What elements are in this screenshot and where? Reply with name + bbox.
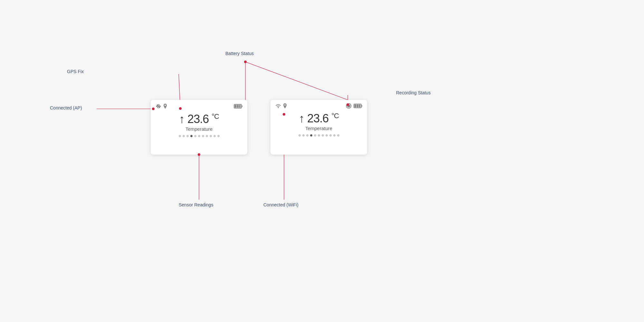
svg-rect-13 (237, 105, 239, 108)
rdot-1 (298, 134, 301, 137)
ap-icon (155, 103, 162, 109)
dot-1 (179, 135, 181, 137)
dot-4-active (190, 135, 193, 137)
sensor-dot (198, 153, 200, 156)
status-bar-left (155, 103, 243, 109)
dot-9 (210, 135, 212, 137)
rdot-9 (329, 134, 332, 137)
annotation-recording-status: Recording Status (396, 90, 431, 95)
rdot-10 (333, 134, 336, 137)
svg-rect-20 (355, 105, 356, 108)
status-bar-right (275, 103, 363, 109)
annotation-lines (0, 0, 644, 322)
sensor-reading-left: ↑ 23.6 °C Temperature (155, 111, 243, 132)
wifi-dot (283, 113, 285, 116)
temp-unit-right: °C (331, 112, 339, 120)
device-card-left: ↑ 23.6 °C Temperature (151, 100, 247, 155)
dot-2 (183, 135, 185, 137)
dot-7 (202, 135, 204, 137)
svg-line-1 (245, 62, 361, 105)
device-card-right: ↑ 23.6 °C Temperature (270, 100, 367, 155)
svg-rect-14 (239, 105, 241, 108)
temp-number-left: 23.6 (187, 112, 209, 126)
gps-dot (179, 107, 182, 110)
temp-value-right: ↑ 23.6 °C (275, 112, 363, 125)
svg-point-10 (165, 105, 166, 106)
wifi-icon (275, 103, 281, 109)
left-status-icons-right (275, 103, 287, 109)
svg-rect-12 (235, 105, 237, 108)
dot-11 (217, 135, 220, 137)
dot-8 (206, 135, 208, 137)
annotation-connected-ap: Connected (AP) (50, 105, 82, 110)
rdot-4-active (310, 134, 312, 137)
diagram-container: ↑ 23.6 °C Temperature (0, 0, 644, 322)
rdot-3 (306, 134, 308, 137)
dot-3 (186, 135, 189, 137)
gps-pin-icon-right (283, 103, 287, 109)
rdot-2 (302, 134, 305, 137)
temp-arrow-right: ↑ (299, 112, 304, 125)
gps-pin-icon-left (163, 103, 167, 109)
rdot-7 (322, 134, 324, 137)
battery-icon-right (354, 103, 363, 109)
temp-label-left: Temperature (155, 126, 243, 132)
ap-dot (152, 108, 155, 110)
annotation-gps-fix: GPS Fix (67, 69, 84, 74)
svg-rect-23 (361, 105, 362, 107)
record-dot (346, 103, 349, 106)
rdot-8 (326, 134, 328, 137)
temp-number-right: 23.6 (307, 112, 328, 125)
annotation-battery-status: Battery Status (225, 51, 254, 56)
right-status-icons-left (234, 104, 243, 109)
sensor-reading-right: ↑ 23.6 °C Temperature (275, 111, 363, 132)
svg-rect-21 (357, 105, 359, 108)
page-dots-left (155, 135, 243, 137)
temp-unit-left: °C (212, 112, 219, 120)
rdot-5 (314, 134, 316, 137)
page-dots-right (275, 134, 363, 137)
annotation-connected-wifi: Connected (WiFi) (263, 202, 298, 207)
left-status-icons (155, 103, 167, 109)
battery-icon-left (234, 104, 243, 109)
temp-label-right: Temperature (275, 126, 363, 131)
battery-dot (244, 61, 247, 63)
svg-point-16 (284, 104, 286, 106)
annotation-sensor-readings: Sensor Readings (179, 202, 213, 207)
svg-rect-15 (242, 106, 242, 107)
dot-5 (194, 135, 196, 137)
temp-arrow-left: ↑ (179, 112, 185, 126)
dot-6 (198, 135, 200, 137)
temp-value-left: ↑ 23.6 °C (155, 113, 243, 126)
dot-10 (213, 135, 216, 137)
svg-rect-22 (359, 105, 361, 108)
rdot-11 (337, 134, 339, 137)
rdot-6 (318, 134, 320, 137)
